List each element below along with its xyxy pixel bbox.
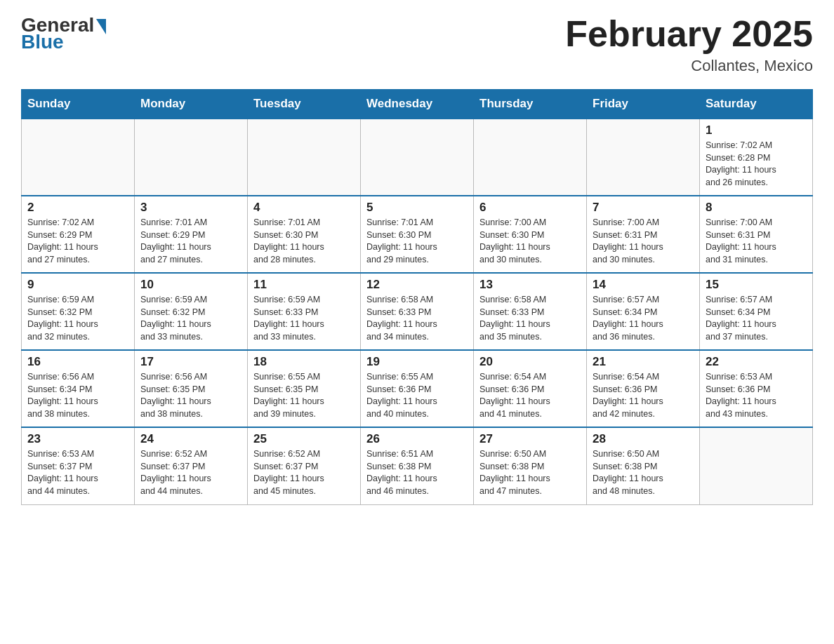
table-row: 12Sunrise: 6:58 AM Sunset: 6:33 PM Dayli… — [361, 273, 474, 350]
day-info: Sunrise: 6:59 AM Sunset: 6:32 PM Dayligh… — [140, 294, 241, 343]
col-saturday: Saturday — [700, 90, 813, 119]
col-sunday: Sunday — [22, 90, 135, 119]
day-number: 15 — [706, 278, 807, 292]
calendar-table: Sunday Monday Tuesday Wednesday Thursday… — [21, 89, 813, 505]
day-number: 19 — [366, 355, 468, 369]
day-number: 24 — [140, 432, 241, 446]
day-info: Sunrise: 6:57 AM Sunset: 6:34 PM Dayligh… — [593, 294, 694, 343]
col-monday: Monday — [135, 90, 248, 119]
calendar-subtitle: Collantes, Mexico — [565, 57, 813, 75]
day-info: Sunrise: 7:00 AM Sunset: 6:31 PM Dayligh… — [593, 217, 694, 266]
calendar-week-row: 2Sunrise: 7:02 AM Sunset: 6:29 PM Daylig… — [22, 196, 813, 273]
logo-triangle-icon — [96, 19, 106, 34]
title-section: February 2025 Collantes, Mexico — [565, 14, 813, 75]
day-number: 11 — [253, 278, 355, 292]
calendar-week-row: 1Sunrise: 7:02 AM Sunset: 6:28 PM Daylig… — [22, 119, 813, 196]
day-info: Sunrise: 7:01 AM Sunset: 6:30 PM Dayligh… — [366, 217, 468, 266]
table-row: 25Sunrise: 6:52 AM Sunset: 6:37 PM Dayli… — [248, 427, 361, 504]
table-row: 18Sunrise: 6:55 AM Sunset: 6:35 PM Dayli… — [248, 350, 361, 427]
table-row: 9Sunrise: 6:59 AM Sunset: 6:32 PM Daylig… — [22, 273, 135, 350]
day-number: 5 — [366, 201, 468, 215]
table-row: 1Sunrise: 7:02 AM Sunset: 6:28 PM Daylig… — [700, 119, 813, 196]
day-info: Sunrise: 6:54 AM Sunset: 6:36 PM Dayligh… — [593, 371, 694, 420]
table-row: 5Sunrise: 7:01 AM Sunset: 6:30 PM Daylig… — [361, 196, 474, 273]
day-info: Sunrise: 6:57 AM Sunset: 6:34 PM Dayligh… — [706, 294, 807, 343]
day-info: Sunrise: 6:52 AM Sunset: 6:37 PM Dayligh… — [253, 448, 355, 497]
table-row: 19Sunrise: 6:55 AM Sunset: 6:36 PM Dayli… — [361, 350, 474, 427]
col-thursday: Thursday — [474, 90, 587, 119]
table-row: 17Sunrise: 6:56 AM Sunset: 6:35 PM Dayli… — [135, 350, 248, 427]
day-number: 4 — [253, 201, 355, 215]
day-number: 7 — [593, 201, 694, 215]
table-row: 23Sunrise: 6:53 AM Sunset: 6:37 PM Dayli… — [22, 427, 135, 504]
day-number: 2 — [27, 201, 128, 215]
day-info: Sunrise: 6:53 AM Sunset: 6:37 PM Dayligh… — [27, 448, 128, 497]
day-number: 26 — [366, 432, 468, 446]
calendar-week-row: 9Sunrise: 6:59 AM Sunset: 6:32 PM Daylig… — [22, 273, 813, 350]
day-info: Sunrise: 6:53 AM Sunset: 6:36 PM Dayligh… — [706, 371, 807, 420]
table-row: 16Sunrise: 6:56 AM Sunset: 6:34 PM Dayli… — [22, 350, 135, 427]
table-row: 26Sunrise: 6:51 AM Sunset: 6:38 PM Dayli… — [361, 427, 474, 504]
day-number: 22 — [706, 355, 807, 369]
day-number: 3 — [140, 201, 241, 215]
page-header: General Blue February 2025 Collantes, Me… — [21, 14, 813, 75]
table-row: 11Sunrise: 6:59 AM Sunset: 6:33 PM Dayli… — [248, 273, 361, 350]
day-number: 9 — [27, 278, 128, 292]
col-friday: Friday — [587, 90, 700, 119]
table-row: 20Sunrise: 6:54 AM Sunset: 6:36 PM Dayli… — [474, 350, 587, 427]
table-row: 7Sunrise: 7:00 AM Sunset: 6:31 PM Daylig… — [587, 196, 700, 273]
table-row: 24Sunrise: 6:52 AM Sunset: 6:37 PM Dayli… — [135, 427, 248, 504]
day-number: 27 — [479, 432, 581, 446]
day-info: Sunrise: 6:55 AM Sunset: 6:36 PM Dayligh… — [366, 371, 468, 420]
logo-blue-text: Blue — [21, 31, 64, 53]
calendar-header-row: Sunday Monday Tuesday Wednesday Thursday… — [22, 90, 813, 119]
table-row: 15Sunrise: 6:57 AM Sunset: 6:34 PM Dayli… — [700, 273, 813, 350]
table-row — [700, 427, 813, 504]
table-row: 14Sunrise: 6:57 AM Sunset: 6:34 PM Dayli… — [587, 273, 700, 350]
day-number: 13 — [479, 278, 581, 292]
day-number: 14 — [593, 278, 694, 292]
day-number: 16 — [27, 355, 128, 369]
table-row: 8Sunrise: 7:00 AM Sunset: 6:31 PM Daylig… — [700, 196, 813, 273]
calendar-title: February 2025 — [565, 14, 813, 54]
calendar-week-row: 23Sunrise: 6:53 AM Sunset: 6:37 PM Dayli… — [22, 427, 813, 504]
day-info: Sunrise: 7:00 AM Sunset: 6:31 PM Dayligh… — [706, 217, 807, 266]
table-row: 13Sunrise: 6:58 AM Sunset: 6:33 PM Dayli… — [474, 273, 587, 350]
day-number: 20 — [479, 355, 581, 369]
logo: General Blue — [21, 14, 106, 53]
day-info: Sunrise: 6:58 AM Sunset: 6:33 PM Dayligh… — [366, 294, 468, 343]
table-row — [248, 119, 361, 196]
table-row: 6Sunrise: 7:00 AM Sunset: 6:30 PM Daylig… — [474, 196, 587, 273]
day-info: Sunrise: 6:50 AM Sunset: 6:38 PM Dayligh… — [479, 448, 581, 497]
day-number: 21 — [593, 355, 694, 369]
day-number: 6 — [479, 201, 581, 215]
calendar-week-row: 16Sunrise: 6:56 AM Sunset: 6:34 PM Dayli… — [22, 350, 813, 427]
day-info: Sunrise: 6:56 AM Sunset: 6:34 PM Dayligh… — [27, 371, 128, 420]
day-info: Sunrise: 6:59 AM Sunset: 6:32 PM Dayligh… — [27, 294, 128, 343]
day-info: Sunrise: 6:55 AM Sunset: 6:35 PM Dayligh… — [253, 371, 355, 420]
table-row: 22Sunrise: 6:53 AM Sunset: 6:36 PM Dayli… — [700, 350, 813, 427]
day-info: Sunrise: 7:00 AM Sunset: 6:30 PM Dayligh… — [479, 217, 581, 266]
day-number: 10 — [140, 278, 241, 292]
day-info: Sunrise: 7:01 AM Sunset: 6:30 PM Dayligh… — [253, 217, 355, 266]
table-row: 21Sunrise: 6:54 AM Sunset: 6:36 PM Dayli… — [587, 350, 700, 427]
day-number: 12 — [366, 278, 468, 292]
day-info: Sunrise: 7:02 AM Sunset: 6:29 PM Dayligh… — [27, 217, 128, 266]
day-info: Sunrise: 6:50 AM Sunset: 6:38 PM Dayligh… — [593, 448, 694, 497]
day-number: 25 — [253, 432, 355, 446]
day-number: 8 — [706, 201, 807, 215]
day-number: 1 — [706, 123, 807, 137]
day-info: Sunrise: 6:56 AM Sunset: 6:35 PM Dayligh… — [140, 371, 241, 420]
day-number: 18 — [253, 355, 355, 369]
table-row: 4Sunrise: 7:01 AM Sunset: 6:30 PM Daylig… — [248, 196, 361, 273]
table-row: 28Sunrise: 6:50 AM Sunset: 6:38 PM Dayli… — [587, 427, 700, 504]
col-wednesday: Wednesday — [361, 90, 474, 119]
day-info: Sunrise: 6:54 AM Sunset: 6:36 PM Dayligh… — [479, 371, 581, 420]
table-row — [474, 119, 587, 196]
table-row — [587, 119, 700, 196]
col-tuesday: Tuesday — [248, 90, 361, 119]
day-number: 23 — [27, 432, 128, 446]
day-info: Sunrise: 6:52 AM Sunset: 6:37 PM Dayligh… — [140, 448, 241, 497]
table-row — [22, 119, 135, 196]
table-row — [135, 119, 248, 196]
